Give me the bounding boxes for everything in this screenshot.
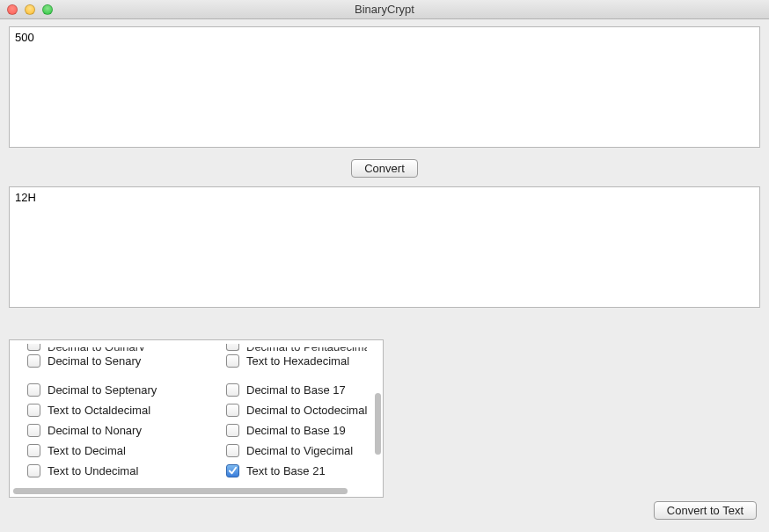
option-label: Decimal to Nonary <box>48 424 142 437</box>
horizontal-scroll-thumb[interactable] <box>13 488 348 494</box>
option-row: Decimal to SeptenaryDecimal to Base 17 <box>10 380 367 400</box>
option-label: Decimal to Base 19 <box>246 424 346 437</box>
content-area: Convert <box>0 19 769 319</box>
checkbox[interactable] <box>27 464 40 477</box>
option-label: Text to Hexadecimal <box>246 354 349 368</box>
checkbox[interactable] <box>226 424 239 437</box>
checkbox[interactable] <box>27 354 40 368</box>
option-label: Decimal to Septenary <box>48 383 157 397</box>
window-controls <box>0 4 53 15</box>
option-label: Decimal to Vigecimal <box>246 444 353 457</box>
checkbox[interactable] <box>226 404 239 417</box>
checkbox[interactable] <box>27 383 40 397</box>
convert-button[interactable]: Convert <box>351 159 418 178</box>
close-icon[interactable] <box>7 4 18 15</box>
checkbox-icon[interactable] <box>226 344 239 351</box>
titlebar: BinaryCrypt <box>0 0 769 19</box>
option-label: Decimal to Pentadecimal <box>246 347 367 351</box>
vertical-scroll-thumb[interactable] <box>375 393 381 455</box>
horizontal-scrollbar[interactable] <box>13 488 363 494</box>
vertical-scrollbar[interactable] <box>375 342 381 474</box>
option-label: Text to Undecimal <box>48 464 138 477</box>
checkbox[interactable] <box>27 444 40 457</box>
option-label: Decimal to Quinary <box>48 347 145 351</box>
options-list: Decimal to Quinary Decimal to Pentadecim… <box>10 340 367 481</box>
checkbox[interactable] <box>226 464 239 477</box>
option-row: Decimal to SenaryText to Hexadecimal <box>10 351 367 371</box>
checkbox[interactable] <box>226 354 239 368</box>
convert-to-text-button[interactable]: Convert to Text <box>654 501 757 520</box>
checkbox[interactable] <box>27 424 40 437</box>
option-label: Decimal to Octodecimal <box>246 404 367 417</box>
option-row: Text to UndecimalText to Base 21 <box>10 461 367 481</box>
option-row: Text to OctaldecimalDecimal to Octodecim… <box>10 400 367 420</box>
options-panel: Decimal to Quinary Decimal to Pentadecim… <box>9 339 384 498</box>
option-row: Decimal to NonaryDecimal to Base 19 <box>10 420 367 441</box>
checkbox[interactable] <box>226 444 239 457</box>
option-label: Decimal to Base 17 <box>246 383 346 397</box>
window-title: BinaryCrypt <box>0 3 769 16</box>
input-textarea[interactable] <box>9 26 760 148</box>
option-label: Decimal to Senary <box>48 354 141 368</box>
checkbox-icon[interactable] <box>27 344 40 351</box>
convert-row: Convert <box>9 150 760 186</box>
checkbox[interactable] <box>226 383 239 397</box>
output-textarea[interactable] <box>9 186 760 308</box>
zoom-icon[interactable] <box>42 4 53 15</box>
option-row: Text to DecimalDecimal to Vigecimal <box>10 441 367 461</box>
option-label: Text to Decimal <box>48 444 126 457</box>
minimize-icon[interactable] <box>25 4 35 15</box>
option-label: Text to Base 21 <box>246 464 326 477</box>
option-label: Text to Octaldecimal <box>48 404 150 417</box>
checkbox[interactable] <box>27 404 40 417</box>
options-cut-row: Decimal to Quinary Decimal to Pentadecim… <box>10 340 367 351</box>
